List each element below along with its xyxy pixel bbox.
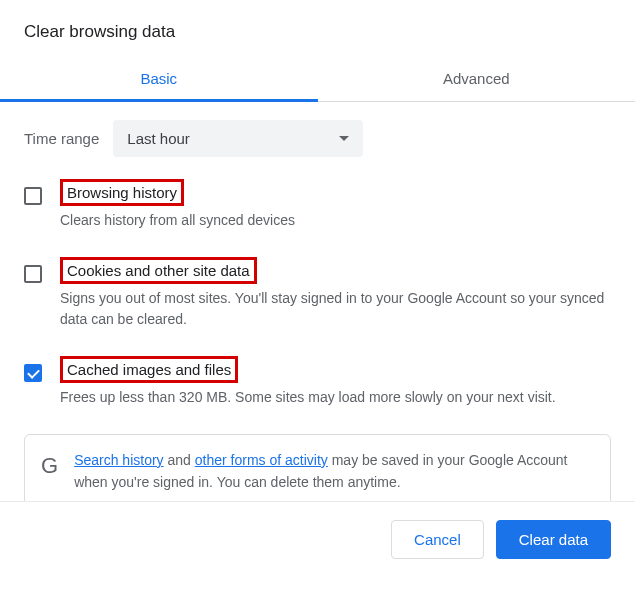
tab-advanced[interactable]: Advanced <box>318 56 636 101</box>
google-icon: G <box>41 453 58 479</box>
option-title: Browsing history <box>60 179 184 206</box>
option-cookies: Cookies and other site data Signs you ou… <box>24 257 611 330</box>
option-cached: Cached images and files Frees up less th… <box>24 356 611 408</box>
cancel-button[interactable]: Cancel <box>391 520 484 559</box>
option-desc: Clears history from all synced devices <box>60 210 611 231</box>
info-box: G Search history and other forms of acti… <box>24 434 611 502</box>
info-text: Search history and other forms of activi… <box>74 449 594 494</box>
checkbox-cookies[interactable] <box>24 265 42 283</box>
dialog-title: Clear browsing data <box>0 0 635 56</box>
time-range-row: Time range Last hour <box>24 120 611 157</box>
link-other-activity[interactable]: other forms of activity <box>195 452 328 468</box>
tabs: Basic Advanced <box>0 56 635 102</box>
option-desc: Frees up less than 320 MB. Some sites ma… <box>60 387 611 408</box>
option-desc: Signs you out of most sites. You'll stay… <box>60 288 611 330</box>
checkbox-cached[interactable] <box>24 364 42 382</box>
time-range-label: Time range <box>24 130 99 147</box>
option-browsing-history: Browsing history Clears history from all… <box>24 179 611 231</box>
clear-data-button[interactable]: Clear data <box>496 520 611 559</box>
info-text-part: and <box>164 452 195 468</box>
time-range-select[interactable]: Last hour <box>113 120 363 157</box>
link-search-history[interactable]: Search history <box>74 452 163 468</box>
time-range-value: Last hour <box>127 130 190 147</box>
footer: Cancel Clear data <box>0 502 635 577</box>
option-title: Cached images and files <box>60 356 238 383</box>
scroll-area[interactable]: Time range Last hour Browsing history Cl… <box>0 102 635 502</box>
chevron-down-icon <box>339 136 349 141</box>
tab-basic[interactable]: Basic <box>0 56 318 101</box>
option-title: Cookies and other site data <box>60 257 257 284</box>
checkbox-browsing-history[interactable] <box>24 187 42 205</box>
